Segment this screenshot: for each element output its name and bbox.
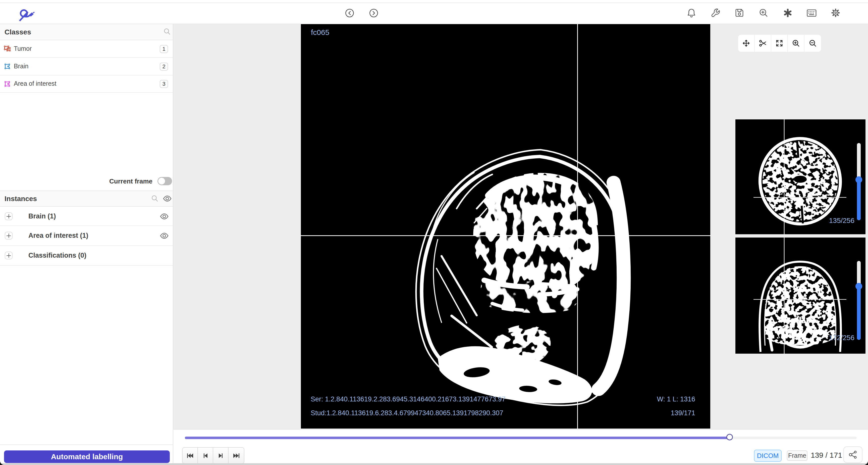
svg-text:172/256: 172/256	[829, 334, 855, 342]
svg-text:135/256: 135/256	[829, 217, 855, 225]
